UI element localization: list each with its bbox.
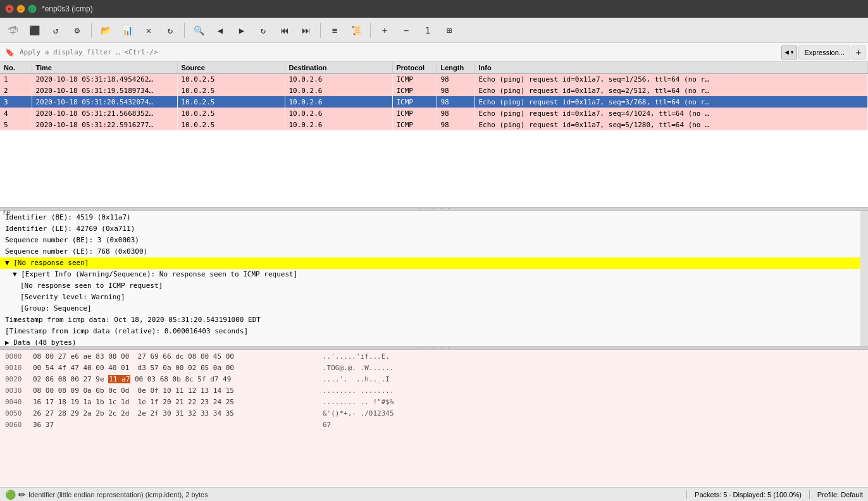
packets-info: Packets: 5 · Displayed: 5 (100.0%) — [695, 491, 802, 498]
table-row[interactable]: 42020-10-18 05:31:21.5668352…10.0.2.510.… — [0, 108, 868, 119]
hex-offset: 0010 — [5, 363, 28, 373]
filter-icon: 🔖 — [3, 48, 17, 57]
table-cell: 98 — [437, 108, 474, 119]
window-controls[interactable]: ✕ − □ — [5, 4, 37, 13]
col-header-length[interactable]: Length — [437, 62, 474, 73]
open-btn[interactable]: 📂 — [96, 20, 116, 40]
save-btn[interactable]: 📊 — [117, 20, 137, 40]
filter-right: ◀ ▾ Expression... + — [781, 46, 865, 59]
hex-ascii: &'()*+,- ./012345 — [323, 409, 394, 419]
close-window-btn[interactable]: ✕ — [5, 4, 14, 13]
hex-bytes: 02 06 08 00 27 9e 11 a7 00 03 68 0b 8c 5… — [33, 374, 318, 385]
table-cell: 98 — [437, 73, 474, 85]
shark-fin-btn[interactable]: 🦈 — [3, 20, 23, 40]
table-cell: 10.0.2.5 — [177, 73, 285, 85]
hex-offset: 0060 — [5, 420, 28, 430]
col-header-no[interactable]: No. — [0, 62, 32, 73]
hex-bytes: 08 00 08 09 0a 0b 0c 0d 0e 0f 10 11 12 1… — [33, 386, 318, 396]
table-cell: 1 — [0, 73, 32, 85]
hex-bytes: 00 54 4f 47 40 00 40 01 d3 57 0a 00 02 0… — [33, 363, 318, 373]
hex-line: 006036 3767 — [0, 419, 868, 431]
detail-pane[interactable]: re Identifier (BE): 4519 (0x11a7)Identif… — [0, 211, 868, 347]
profile-info: Profile: Default — [817, 491, 863, 498]
window-title: *enp0s3 (icmp) — [42, 4, 93, 13]
filter-input[interactable] — [20, 48, 779, 56]
resize-columns-btn[interactable]: ⊞ — [439, 20, 459, 40]
hex-ascii: ..'.....'if...E. — [323, 352, 390, 362]
table-cell: 10.0.2.6 — [285, 119, 392, 130]
detail-line: Timestamp from icmp data: Oct 18, 2020 0… — [0, 314, 868, 326]
add-filter-btn[interactable]: + — [852, 46, 865, 59]
prev-btn[interactable]: ◀ — [210, 20, 230, 40]
hex-offset: 0040 — [5, 397, 28, 407]
hex-ascii: ....'. ..h.._.I — [323, 374, 390, 385]
table-cell: 98 — [437, 85, 474, 96]
packet-list[interactable]: No. Time Source Destination Protocol Len… — [0, 62, 868, 207]
hex-bytes: 08 00 27 e6 ae 83 08 00 27 69 66 dc 08 0… — [33, 352, 318, 362]
close-file-btn[interactable]: ✕ — [139, 20, 159, 40]
table-cell: 2020-10-18 05:31:18.4954262… — [32, 73, 177, 85]
filterbar: 🔖 ◀ ▾ Expression... + — [0, 43, 868, 62]
hex-line: 004016 17 18 19 1a 1b 1c 1d 1e 1f 20 21 … — [0, 397, 868, 408]
hex-ascii: .TOG@.@. .W...... — [323, 363, 394, 373]
table-cell: 10.0.2.5 — [177, 119, 285, 130]
normal-size-btn[interactable]: 1 — [418, 20, 438, 40]
table-row[interactable]: 52020-10-18 05:31:22.5916277…10.0.2.510.… — [0, 119, 868, 130]
table-row[interactable]: 12020-10-18 05:31:18.4954262…10.0.2.510.… — [0, 73, 868, 85]
table-cell: ICMP — [392, 96, 437, 108]
table-cell: Echo (ping) request id=0x11a7, seq=1/256… — [474, 73, 868, 85]
separator-4 — [370, 23, 371, 38]
hex-pane[interactable]: 000008 00 27 e6 ae 83 08 00 27 69 66 dc … — [0, 350, 868, 487]
table-cell: ICMP — [392, 119, 437, 130]
hex-offset: 0030 — [5, 386, 28, 396]
restart-btn[interactable]: ↺ — [46, 20, 66, 40]
detail-line: ▼ [Expert Info (Warning/Sequence): No re… — [0, 269, 868, 280]
col-header-protocol[interactable]: Protocol — [392, 62, 437, 73]
detail-line: ▶ Data (48 bytes) — [0, 337, 868, 347]
col-header-source[interactable]: Source — [177, 62, 285, 73]
detail-line: Sequence number (LE): 768 (0x0300) — [0, 246, 868, 257]
table-cell: 2020-10-18 05:31:19.5189734… — [32, 85, 177, 96]
minimize-window-btn[interactable]: − — [16, 4, 25, 13]
autoscroll-btn[interactable]: 📜 — [346, 20, 366, 40]
table-cell: 2020-10-18 05:31:21.5668352… — [32, 108, 177, 119]
table-cell: ICMP — [392, 108, 437, 119]
reload-btn[interactable]: ↻ — [160, 20, 180, 40]
col-header-info[interactable]: Info — [474, 62, 868, 73]
maximize-window-btn[interactable]: □ — [28, 4, 37, 13]
table-cell: ICMP — [392, 85, 437, 96]
table-cell: 10.0.2.6 — [285, 85, 392, 96]
status-divider-2 — [809, 490, 810, 499]
col-header-time[interactable]: Time — [32, 62, 177, 73]
filter-arrow-icon: ◀ — [784, 48, 789, 56]
next-btn[interactable]: ▶ — [232, 20, 252, 40]
table-header: No. Time Source Destination Protocol Len… — [0, 62, 868, 73]
separator-1 — [91, 23, 92, 38]
detail-line: [Severity level: Warning] — [0, 292, 868, 303]
colorize-btn[interactable]: ≡ — [325, 20, 345, 40]
detail-line: [Group: Sequence] — [0, 303, 868, 314]
table-cell: 10.0.2.5 — [177, 108, 285, 119]
filter-dropdown-icon[interactable]: ▾ — [790, 48, 795, 56]
table-cell: 10.0.2.5 — [177, 96, 285, 108]
hex-line: 001000 54 4f 47 40 00 40 01 d3 57 0a 00 … — [0, 362, 868, 374]
table-row[interactable]: 22020-10-18 05:31:19.5189734…10.0.2.510.… — [0, 85, 868, 96]
status-divider-1 — [686, 490, 687, 499]
expression-btn[interactable]: Expression... — [798, 46, 850, 59]
settings-btn[interactable]: ⚙ — [67, 20, 87, 40]
zoom-out-btn[interactable]: − — [396, 20, 416, 40]
table-cell: 3 — [0, 96, 32, 108]
toolbar: 🦈 ⬛ ↺ ⚙ 📂 📊 ✕ ↻ 🔍 ◀ ▶ ↻ ⏮ ⏭ ≡ 📜 + − 1 ⊞ — [0, 18, 868, 43]
first-btn[interactable]: ⏮ — [275, 20, 295, 40]
find-btn[interactable]: 🔍 — [189, 20, 209, 40]
re-label: re — [3, 211, 10, 216]
last-btn[interactable]: ⏭ — [296, 20, 316, 40]
stop-btn[interactable]: ⬛ — [24, 20, 44, 40]
detail-scrollbar[interactable] — [860, 211, 868, 346]
col-header-destination[interactable]: Destination — [285, 62, 392, 73]
table-row[interactable]: 32020-10-18 05:31:20.5432074…10.0.2.510.… — [0, 96, 868, 108]
zoom-in-btn[interactable]: + — [375, 20, 395, 40]
goto-btn[interactable]: ↻ — [253, 20, 273, 40]
detail-line: [Timestamp from icmp data (relative): 0.… — [0, 326, 868, 337]
detail-line: Identifier (LE): 42769 (0xa711) — [0, 223, 868, 235]
